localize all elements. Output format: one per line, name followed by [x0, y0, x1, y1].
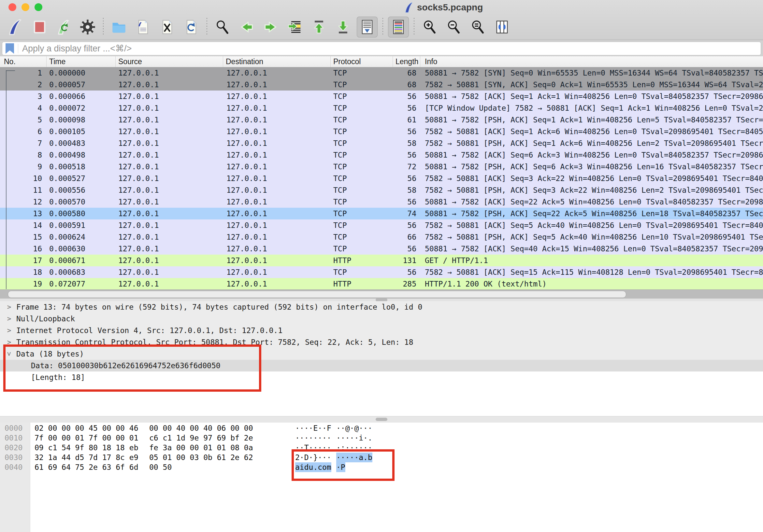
- cell-len: 72: [393, 161, 420, 173]
- packet-row-13[interactable]: 130.000580127.0.0.1127.0.0.1TCP7450881 →…: [0, 208, 763, 220]
- find-packet-button[interactable]: [212, 17, 233, 38]
- detail-row-2[interactable]: >Internet Protocol Version 4, Src: 127.0…: [0, 324, 763, 336]
- annotation-box-data-section: [3, 344, 261, 392]
- detail-row-0[interactable]: >Frame 13: 74 bytes on wire (592 bits), …: [0, 301, 763, 313]
- go-back-button[interactable]: [236, 17, 257, 38]
- go-to-top-button[interactable]: [308, 17, 329, 38]
- packet-row-17[interactable]: 170.000671127.0.0.1127.0.0.1HTTP131GET /…: [0, 255, 763, 266]
- packet-row-7[interactable]: 70.000483127.0.0.1127.0.0.1TCP587582 → 5…: [0, 137, 763, 149]
- column-header-destination[interactable]: Destination: [223, 56, 331, 67]
- zoom-in-button[interactable]: [419, 17, 440, 38]
- hex-bytes[interactable]: 05 01 00 03 0b 61 2e 62: [149, 453, 253, 462]
- column-header-no[interactable]: No.: [0, 56, 47, 67]
- hex-bytes[interactable]: 02 00 00 00 45 00 00 46: [35, 423, 139, 433]
- packet-row-14[interactable]: 140.000591127.0.0.1127.0.0.1TCP567582 → …: [0, 220, 763, 231]
- packet-row-4[interactable]: 40.000072127.0.0.1127.0.0.1TCP56[TCP Win…: [0, 102, 763, 114]
- detail-row-1[interactable]: >Null/Loopback: [0, 313, 763, 324]
- packet-row-5[interactable]: 50.000098127.0.0.1127.0.0.1TCP6150881 → …: [0, 114, 763, 126]
- packet-row-8[interactable]: 80.000498127.0.0.1127.0.0.1TCP5650881 → …: [0, 149, 763, 161]
- hex-bytes[interactable]: 7f 00 00 01 7f 00 00 01: [35, 433, 139, 443]
- reload-file-button[interactable]: [181, 17, 202, 38]
- hex-bytes[interactable]: 09 c1 54 9f 80 18 18 eb: [35, 443, 139, 453]
- cell-time: 0.000498: [47, 149, 116, 161]
- hex-bytes[interactable]: fe 3a 00 00 01 01 08 0a: [149, 443, 253, 453]
- packet-row-15[interactable]: 150.000624127.0.0.1127.0.0.1TCP667582 → …: [0, 231, 763, 243]
- close-window-button[interactable]: [8, 3, 16, 11]
- packet-row-11[interactable]: 110.000556127.0.0.1127.0.0.1TCP587582 → …: [0, 184, 763, 196]
- packet-row-12[interactable]: 120.000570127.0.0.1127.0.0.1TCP5650881 →…: [0, 196, 763, 208]
- cell-src: 127.0.0.1: [116, 102, 223, 114]
- cell-proto: TCP: [331, 137, 393, 149]
- cell-src: 127.0.0.1: [116, 67, 223, 79]
- cell-no: 1: [0, 67, 47, 79]
- cell-info: 7582 → 50881 [PSH, ACK] Seq=5 Ack=40 Win…: [420, 231, 763, 243]
- cell-src: 127.0.0.1: [116, 255, 223, 266]
- packet-row-6[interactable]: 60.000105127.0.0.1127.0.0.1TCP567582 → 5…: [0, 126, 763, 137]
- column-header-info[interactable]: Info: [420, 56, 763, 67]
- splitter-handle[interactable]: [376, 418, 387, 421]
- colorize-packets-button[interactable]: [388, 17, 409, 38]
- cell-time: 0.000570: [47, 196, 116, 208]
- restart-capture-button[interactable]: [53, 17, 74, 38]
- packet-row-19[interactable]: 190.072077127.0.0.1127.0.0.1HTTP285HTTP/…: [0, 278, 763, 290]
- packet-list: 10.000000127.0.0.1127.0.0.1TCP6850881 → …: [0, 67, 763, 290]
- cell-dst: 127.0.0.1: [223, 231, 331, 243]
- packet-row-1[interactable]: 10.000000127.0.0.1127.0.0.1TCP6850881 → …: [0, 67, 763, 79]
- packet-row-2[interactable]: 20.000057127.0.0.1127.0.0.1TCP687582 → 5…: [0, 79, 763, 91]
- cell-proto: TCP: [331, 149, 393, 161]
- hex-bytes[interactable]: c6 c1 1d 9e 97 69 bf 2e: [149, 433, 253, 443]
- start-capture-fin-button[interactable]: [5, 17, 26, 38]
- chevron-collapsed-icon[interactable]: >: [5, 313, 13, 324]
- hex-bytes[interactable]: 00 50: [149, 462, 172, 472]
- zoom-out-button[interactable]: [443, 17, 464, 38]
- cell-no: 19: [0, 278, 47, 290]
- ascii-bytes[interactable]: ········: [295, 433, 331, 443]
- column-header-time[interactable]: Time: [47, 56, 116, 67]
- ascii-bytes[interactable]: ····E··F: [295, 423, 331, 433]
- stop-capture-icon: [31, 19, 48, 36]
- column-header-source[interactable]: Source: [116, 56, 223, 67]
- go-to-packet-button[interactable]: [284, 17, 305, 38]
- stop-capture-button[interactable]: [29, 17, 50, 38]
- cell-src: 127.0.0.1: [116, 184, 223, 196]
- hex-offset: 0040: [5, 462, 23, 472]
- auto-scroll-button[interactable]: [357, 17, 378, 38]
- chevron-collapsed-icon[interactable]: >: [5, 324, 13, 336]
- fullscreen-window-button[interactable]: [35, 3, 42, 11]
- close-file-button[interactable]: [157, 17, 177, 38]
- save-file-button[interactable]: [133, 17, 154, 38]
- details-hex-splitter[interactable]: [0, 416, 763, 423]
- packet-row-16[interactable]: 160.000630127.0.0.1127.0.0.1TCP5650881 →…: [0, 243, 763, 255]
- cell-info: 50881 → 7582 [PSH, ACK] Seq=6 Ack=3 Win=…: [420, 161, 763, 173]
- hex-bytes[interactable]: 00 00 40 00 40 06 00 00: [149, 423, 253, 433]
- chevron-collapsed-icon[interactable]: >: [5, 301, 13, 313]
- zoom-original-button[interactable]: [468, 17, 489, 38]
- list-details-splitter[interactable]: [0, 299, 763, 301]
- capture-options-gear-button[interactable]: [77, 17, 98, 38]
- go-forward-button[interactable]: [260, 17, 281, 38]
- go-to-bottom-button[interactable]: [333, 17, 354, 38]
- hex-bytes[interactable]: 61 69 64 75 2e 63 6f 6d: [35, 462, 139, 472]
- display-filter-input[interactable]: [18, 43, 761, 54]
- cell-dst: 127.0.0.1: [223, 126, 331, 137]
- hex-bytes[interactable]: 32 1a 44 d5 7d 17 8c e9: [35, 453, 139, 462]
- column-header-length[interactable]: Length: [393, 56, 420, 67]
- packet-list-hscrollbar-thumb[interactable]: [8, 291, 626, 298]
- packet-row-18[interactable]: 180.000683127.0.0.1127.0.0.1TCP567582 → …: [0, 266, 763, 278]
- packet-row-9[interactable]: 90.000518127.0.0.1127.0.0.1TCP7250881 → …: [0, 161, 763, 173]
- minimize-window-button[interactable]: [22, 3, 29, 11]
- open-file-folder-icon: [110, 19, 127, 36]
- column-header-protocol[interactable]: Protocol: [331, 56, 393, 67]
- filter-bookmark-icon[interactable]: [6, 43, 14, 54]
- resize-columns-button[interactable]: [491, 17, 512, 38]
- packet-row-3[interactable]: 30.000066127.0.0.1127.0.0.1TCP5650881 → …: [0, 91, 763, 102]
- cell-dst: 127.0.0.1: [223, 79, 331, 91]
- packet-row-10[interactable]: 100.000527127.0.0.1127.0.0.1TCP567582 → …: [0, 173, 763, 184]
- open-file-folder-button[interactable]: [108, 17, 129, 38]
- reload-file-icon: [183, 19, 200, 36]
- ascii-bytes[interactable]: ··@·@···: [336, 423, 373, 433]
- cell-src: 127.0.0.1: [116, 126, 223, 137]
- cell-len: 56: [393, 173, 420, 184]
- cell-time: 0.000527: [47, 173, 116, 184]
- ascii-bytes[interactable]: ·····i·.: [336, 433, 373, 443]
